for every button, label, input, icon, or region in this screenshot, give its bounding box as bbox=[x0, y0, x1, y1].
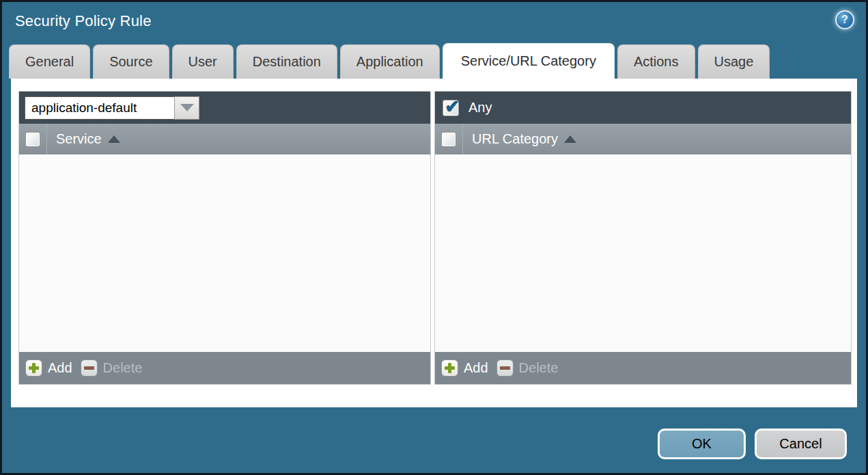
url-category-column-header-row: URL Category bbox=[435, 124, 851, 154]
dialog-footer: OK Cancel bbox=[658, 429, 847, 459]
sort-asc-icon bbox=[108, 135, 120, 143]
add-url-category-label: Add bbox=[464, 360, 488, 376]
dialog-title: Security Policy Rule bbox=[15, 12, 152, 30]
sort-asc-icon bbox=[564, 135, 576, 143]
delete-url-category-label: Delete bbox=[519, 360, 559, 376]
service-type-bar: application-default bbox=[19, 92, 430, 124]
tab-source[interactable]: Source bbox=[93, 44, 169, 79]
help-icon[interactable]: ? bbox=[835, 10, 854, 29]
minus-icon bbox=[496, 359, 514, 377]
add-service-label: Add bbox=[48, 360, 72, 376]
minus-icon bbox=[81, 359, 98, 377]
add-service-button[interactable]: Add bbox=[25, 359, 72, 377]
service-list[interactable] bbox=[19, 154, 430, 352]
any-bar: Any bbox=[435, 92, 851, 124]
any-checkbox[interactable] bbox=[443, 100, 459, 116]
url-category-panel-toolbar: Add Delete bbox=[435, 352, 851, 384]
tab-actions[interactable]: Actions bbox=[617, 44, 695, 79]
delete-service-label: Delete bbox=[103, 360, 143, 376]
service-type-dropdown[interactable]: application-default bbox=[25, 96, 199, 120]
tab-service-url-category[interactable]: Service/URL Category bbox=[443, 43, 615, 79]
url-category-list[interactable] bbox=[435, 154, 851, 352]
plus-icon bbox=[441, 359, 458, 377]
url-category-panel: Any URL Category Add Delete bbox=[434, 91, 852, 385]
security-policy-rule-dialog: Security Policy Rule ? General Source Us… bbox=[0, 0, 868, 475]
delete-url-category-button[interactable]: Delete bbox=[496, 359, 559, 377]
cancel-button[interactable]: Cancel bbox=[755, 429, 847, 459]
add-url-category-button[interactable]: Add bbox=[441, 359, 488, 377]
plus-icon bbox=[25, 359, 42, 377]
url-category-column-header[interactable]: URL Category bbox=[472, 131, 558, 147]
tab-usage[interactable]: Usage bbox=[698, 44, 770, 79]
tab-general[interactable]: General bbox=[9, 44, 90, 79]
dialog-content: application-default Service Add bbox=[11, 79, 857, 407]
tab-application[interactable]: Application bbox=[340, 44, 440, 79]
select-all-url-categories-checkbox[interactable] bbox=[441, 132, 456, 147]
service-panel: application-default Service Add bbox=[18, 91, 431, 385]
dropdown-button[interactable] bbox=[174, 96, 199, 120]
service-column-header[interactable]: Service bbox=[56, 131, 102, 147]
select-all-services-checkbox[interactable] bbox=[25, 132, 40, 147]
service-column-header-row: Service bbox=[19, 124, 430, 154]
delete-service-button[interactable]: Delete bbox=[81, 359, 143, 377]
any-label: Any bbox=[468, 100, 492, 116]
service-type-value[interactable]: application-default bbox=[25, 96, 174, 120]
tab-user[interactable]: User bbox=[172, 44, 234, 79]
tab-destination[interactable]: Destination bbox=[236, 44, 337, 79]
chevron-down-icon bbox=[180, 104, 194, 111]
tab-bar: General Source User Destination Applicat… bbox=[9, 43, 772, 79]
service-panel-toolbar: Add Delete bbox=[19, 352, 430, 384]
ok-button[interactable]: OK bbox=[658, 429, 746, 459]
